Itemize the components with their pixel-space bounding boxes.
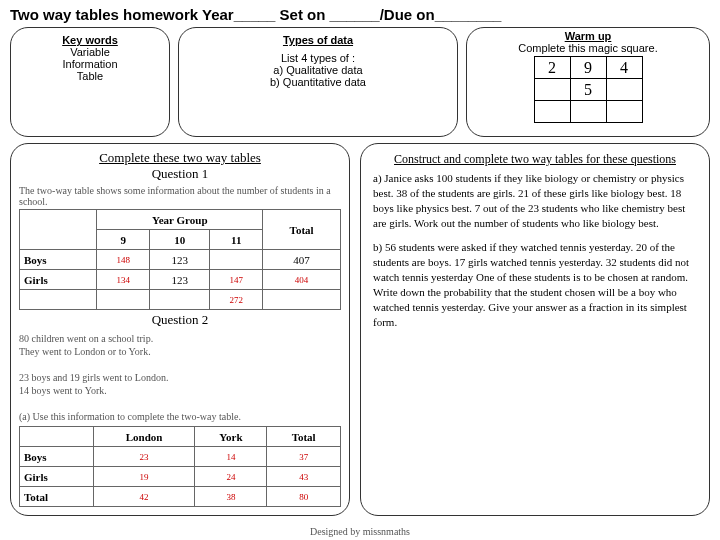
keywords-panel: Key words Variable Information Table (10, 27, 170, 137)
q2-heading: Question 2 (19, 312, 341, 328)
types-line: a) Qualitative data (189, 64, 447, 76)
magic-square: 294 5 (534, 56, 643, 123)
types-intro: List 4 types of : (189, 52, 447, 64)
keyword-item: Information (21, 58, 159, 70)
types-panel: Types of data List 4 types of : a) Quali… (178, 27, 458, 137)
right-panel: Construct and complete two way tables fo… (360, 143, 710, 516)
keywords-heading: Key words (21, 34, 159, 46)
warmup-sub: Complete this magic square. (477, 42, 699, 54)
right-heading: Construct and complete two way tables fo… (373, 152, 697, 167)
page-title: Two way tables homework Year_____ Set on… (10, 6, 710, 23)
question-b: b) 56 students were asked if they watche… (373, 240, 697, 329)
top-row: Key words Variable Information Table Typ… (10, 27, 710, 137)
left-heading: Complete these two way tables Question 1 (19, 150, 341, 182)
left-panel: Complete these two way tables Question 1… (10, 143, 350, 516)
keyword-item: Table (21, 70, 159, 82)
keyword-item: Variable (21, 46, 159, 58)
t1-desc: The two-way table shows some information… (19, 185, 341, 207)
bottom-row: Complete these two way tables Question 1… (10, 143, 710, 516)
types-line: b) Quantitative data (189, 76, 447, 88)
warmup-heading: Warm up (477, 30, 699, 42)
question-a: a) Janice asks 100 students if they like… (373, 171, 697, 230)
types-heading: Types of data (189, 34, 447, 46)
table-q1: Year Group Total 9 10 11 Boys 148 123 40… (19, 209, 341, 310)
q2-intro: 80 children went on a school trip.They w… (19, 332, 341, 423)
table-q2: London York Total Boys 23 14 37 Girls 19… (19, 426, 341, 507)
warmup-panel: Warm up Complete this magic square. 294 … (466, 27, 710, 137)
footer: Designed by missnmaths (0, 526, 720, 537)
